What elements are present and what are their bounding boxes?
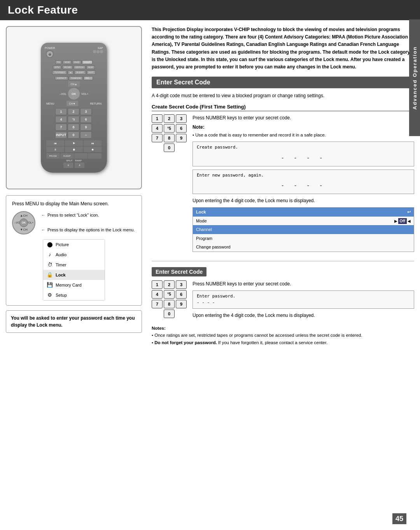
enter-key-5: °5: [164, 290, 175, 299]
create-numpad: 1 2 3 4 °5 6 7 8 9 0: [152, 114, 187, 255]
create-password-dashes: - - - -: [197, 152, 410, 164]
mini-labels: ← Press to select "Lock" icon. ← Press t…: [41, 211, 135, 234]
page-number: 45: [392, 513, 406, 524]
enter-secret-description: A 4-digit code must be entered to view a…: [152, 92, 414, 99]
enter-key-0: 0: [164, 310, 175, 318]
enter-numpad: 1 2 3 4 °5 6 7 8 9 0: [152, 280, 187, 319]
menu-list: ⬤ Picture ♪ Audio ⏱ Timer 🔒 Lock 💾 M: [43, 239, 105, 301]
menu-item-timer: ⏱ Timer: [43, 260, 105, 270]
lock-menu-program: Program: [196, 235, 212, 242]
notes-item-2: • Do not forget your password. If you ha…: [152, 339, 414, 346]
timer-icon: ⏱: [46, 261, 53, 268]
enter-code-instructions: Press NUMBER keys to enter your secret c…: [192, 280, 414, 319]
menu-item-setup: ⚙ Setup: [43, 290, 105, 300]
notes-label: Notes:: [152, 326, 166, 331]
picture-icon: ⬤: [46, 241, 53, 248]
lock-menu-mode-label: Mode: [196, 218, 207, 224]
key-2: 2: [164, 114, 175, 123]
enter-code-entry: 1 2 3 4 °5 6 7 8 9 0 Press NUMBER keys t…: [152, 280, 414, 319]
enter-after-text: Upon entering the 4 digit code, the Lock…: [192, 312, 414, 319]
press-select-label: Press to select "Lock" icon.: [47, 212, 99, 219]
audio-icon: ♪: [46, 251, 53, 258]
key-3: 3: [176, 114, 187, 123]
enter-key-9: 9: [176, 300, 187, 308]
enter-key-3: 3: [176, 280, 187, 289]
key-6: 6: [176, 124, 187, 133]
enter-secret-code-header: Enter Secret Code: [152, 77, 414, 88]
enter-secret-code-second-header: Enter Secret Code: [152, 267, 206, 276]
create-password-title: Create password.: [197, 144, 410, 151]
enter-secret-code-second-section: Enter Secret Code 1 2 3 4 °5 6 7 8 9 0: [152, 267, 414, 319]
enter-instruction-text: Press NUMBER keys to enter your secret c…: [192, 280, 414, 287]
menu-instruction-box: Press MENU to display the Main Menu scre…: [6, 195, 142, 306]
note-text: • Use a code that is easy to remember an…: [192, 132, 414, 138]
key-4: 4: [152, 124, 163, 133]
enter-new-password-title: Enter new password, again.: [197, 172, 410, 179]
key-1: 1: [152, 114, 163, 123]
enter-password-screen: Enter password. - - - -: [192, 290, 414, 309]
enter-key-6: 6: [176, 290, 187, 299]
press-menu-text: Press MENU to display the Main Menu scre…: [12, 200, 136, 207]
enter-new-password-dashes: - - - -: [197, 180, 410, 191]
create-password-screen: Create password. - - - -: [192, 142, 414, 166]
create-secret-code-header: Create Secret Code (First Time Setting): [152, 104, 414, 111]
note-label: Note:: [192, 124, 414, 131]
menu-nav-area: ▲CH –VOL OK VOL+ ▼CH ← Press to select "…: [12, 211, 136, 234]
lock-menu-header: Lock: [196, 209, 206, 215]
key-7: 7: [152, 134, 163, 142]
lock-menu-display: Lock ↩ Mode ▶Off◀ Channel Program: [192, 207, 414, 252]
enter-key-1: 1: [152, 280, 163, 289]
key-0: 0: [164, 143, 175, 152]
notes-section: Notes: • Once ratings are set, restricte…: [152, 325, 414, 346]
enter-key-8: 8: [164, 300, 175, 308]
intro-text: This Projection Display incorporates V-C…: [152, 26, 414, 71]
menu-item-lock: 🔒 Lock: [43, 270, 105, 280]
key-5: °5: [164, 124, 175, 133]
create-instruction-text: Press NUMBER keys to enter your secret c…: [192, 114, 414, 121]
left-column: POWER ⏻ SAP TV VCR: [0, 20, 148, 352]
right-column: This Projection Display incorporates V-C…: [148, 20, 420, 352]
setup-icon: ⚙: [46, 292, 53, 299]
create-code-instructions: Press NUMBER keys to enter your secret c…: [192, 114, 414, 255]
enter-new-password-screen: Enter new password, again. - - - -: [192, 170, 414, 194]
lock-icon: 🔒: [46, 271, 53, 278]
menu-item-audio: ♪ Audio: [43, 250, 105, 260]
press-display-label: Press to display the options in the Lock…: [47, 227, 135, 234]
key-9: 9: [176, 134, 187, 142]
enter-key-2: 2: [164, 280, 175, 289]
menu-item-picture: ⬤ Picture: [43, 240, 105, 250]
lock-menu-change-password: Change password: [196, 244, 231, 250]
create-code-entry: 1 2 3 4 °5 6 7 8 9 0 Press NUMBER keys t…: [152, 114, 414, 255]
remote-body: POWER ⏻ SAP TV VCR: [41, 43, 107, 173]
advanced-operation-sidebar: Advanced Operation: [409, 19, 420, 136]
lock-menu-back-icon: ↩: [407, 209, 411, 215]
lock-menu-mode-value: ▶Off◀: [394, 218, 411, 224]
remote-power-button: ⏻: [46, 50, 54, 58]
enter-key-4: 4: [152, 290, 163, 299]
key-8: 8: [164, 134, 175, 142]
page-title: Lock Feature: [0, 0, 420, 20]
remote-control-image: POWER ⏻ SAP TV VCR: [6, 26, 142, 189]
memory-card-icon: 💾: [46, 282, 53, 289]
notes-item-1: • Once ratings are set, restricted tapes…: [152, 332, 414, 339]
menu-item-memory-card: 💾 Memory Card: [43, 280, 105, 290]
enter-password-title: Enter password.: [197, 293, 410, 300]
create-after-text: Upon entering the 4 digit code, the Lock…: [192, 197, 414, 204]
enter-password-dashes: - - - -: [197, 299, 410, 306]
enter-key-7: 7: [152, 300, 163, 308]
lock-menu-channel: Channel: [196, 226, 212, 233]
password-warning: You will be asked to enter your password…: [6, 310, 142, 333]
